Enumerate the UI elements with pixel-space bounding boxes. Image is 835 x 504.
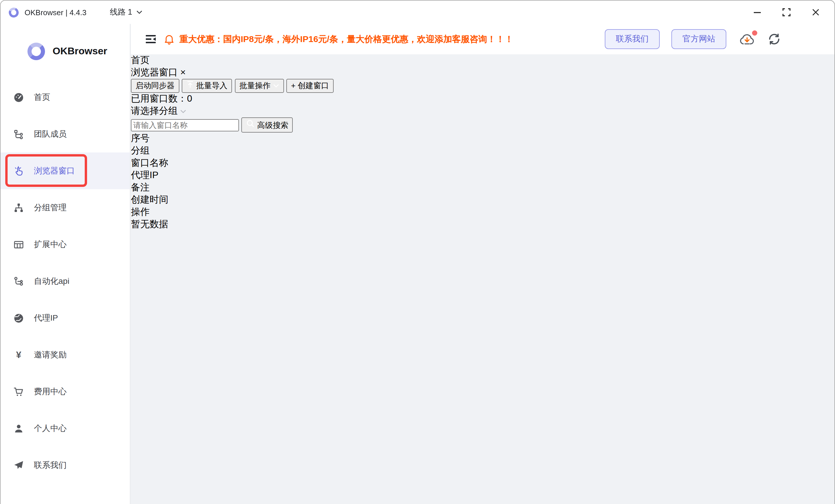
sidebar-brand: OKBrowser: [1, 24, 130, 79]
bell-icon: [164, 34, 175, 45]
brand-logo-icon: [27, 43, 45, 60]
avatar[interactable]: [791, 26, 817, 52]
brand-name: OKBrowser: [53, 45, 107, 57]
sidebar-item-label: 个人中心: [34, 423, 67, 434]
sidebar-item-proxy-ip[interactable]: 代理IP: [1, 300, 130, 336]
minimize-button[interactable]: [750, 5, 764, 19]
batch-actions-dropdown[interactable]: 批量操作: [235, 79, 284, 93]
line-selector-label: 线路 1: [110, 7, 133, 18]
header-actions: 联系我们 官方网站: [605, 26, 817, 52]
sidebar-item-label: 分组管理: [34, 202, 67, 213]
sidebar-item-extension-center[interactable]: 扩展中心: [1, 226, 130, 263]
dashboard-icon: [14, 92, 24, 103]
sidebar-item-home[interactable]: 首页: [1, 79, 130, 115]
chevron-down-icon: [272, 84, 279, 88]
send-icon: [14, 460, 24, 470]
start-sync-button[interactable]: 启动同步器: [131, 79, 179, 93]
sidebar-collapse-button[interactable]: [145, 33, 157, 45]
official-website-button[interactable]: 官方网站: [671, 29, 726, 49]
globe-icon: [14, 313, 24, 323]
app-window: OKBrowser | 4.4.3 线路 1: [0, 0, 835, 504]
column-header-window-name[interactable]: 窗口名称: [131, 157, 834, 169]
empty-state-text: 暂无数据: [131, 218, 834, 231]
maximize-button[interactable]: [779, 5, 794, 19]
tab-bar: 首页 浏览器窗口 ×: [131, 54, 834, 79]
refresh-icon: [768, 33, 781, 45]
contact-us-button[interactable]: 联系我们: [605, 29, 660, 49]
tab-close-icon[interactable]: ×: [180, 67, 186, 77]
refresh-button[interactable]: [768, 33, 781, 45]
upload-icon: [186, 81, 194, 88]
sidebar-item-billing-center[interactable]: 费用中心: [1, 373, 130, 410]
content-area: 启动同步器 批量导入 批量操作 +: [131, 79, 834, 231]
sidebar-item-label: 扩展中心: [34, 239, 67, 250]
hand-click-icon: [14, 166, 24, 176]
team-icon: [14, 129, 24, 139]
column-header-group: 分组: [131, 145, 834, 157]
advanced-search-button[interactable]: 高级搜索: [242, 118, 293, 132]
tab-home[interactable]: 首页: [131, 54, 834, 67]
tab-browser-windows[interactable]: 浏览器窗口 ×: [131, 67, 834, 79]
column-header-actions: 操作: [131, 206, 834, 218]
group-manage-icon: [14, 202, 24, 213]
sidebar-item-automation-api[interactable]: 自动化api: [1, 263, 130, 300]
close-button[interactable]: [809, 5, 823, 19]
window-name-input[interactable]: [131, 119, 239, 131]
sidebar-item-label: 邀请奖励: [34, 350, 67, 360]
notification-dot: [752, 30, 757, 35]
yen-icon: ¥: [14, 350, 24, 360]
sidebar-item-personal-center[interactable]: 个人中心: [1, 410, 130, 447]
sidebar-item-group-management[interactable]: 分组管理: [1, 189, 130, 226]
sidebar-item-label: 费用中心: [34, 386, 67, 397]
sidebar-item-invite-rewards[interactable]: ¥ 邀请奖励: [1, 336, 130, 373]
sidebar: OKBrowser 首页 团队成员: [1, 24, 131, 504]
close-icon: [812, 8, 820, 16]
window-controls: [750, 5, 834, 19]
sidebar-item-label: 团队成员: [34, 129, 67, 139]
sidebar-item-label: 浏览器窗口: [34, 166, 75, 176]
sidebar-item-browser-windows[interactable]: 浏览器窗口: [1, 152, 130, 189]
column-header-proxy-ip: 代理IP: [131, 169, 834, 182]
maximize-icon: [782, 8, 791, 16]
user-icon: [14, 423, 24, 434]
automation-icon: [14, 276, 24, 287]
sidebar-item-label: 代理IP: [34, 313, 58, 323]
table-header-row: 序号 分组 窗口名称 代理IP: [131, 132, 834, 218]
chevron-down-icon: [137, 10, 143, 15]
avatar-person-icon: [791, 26, 811, 44]
column-header-created-time[interactable]: 创建时间: [131, 194, 834, 206]
sidebar-item-team-members[interactable]: 团队成员: [1, 115, 130, 152]
announcement-text: 重大优惠：国内IP8元/条，海外IP16元/条，量大价格更优惠，欢迎添加客服咨询…: [179, 34, 513, 45]
used-windows-counter: 已用窗口数：0: [131, 93, 834, 105]
column-header-remark: 备注: [131, 182, 834, 194]
group-select[interactable]: 请选择分组: [131, 105, 834, 118]
toolbar-card: 启动同步器 批量导入 批量操作 +: [131, 79, 834, 132]
line-selector-dropdown[interactable]: 线路 1: [110, 7, 143, 18]
menu-fold-icon: [145, 33, 157, 45]
app-title: OKBrowser | 4.4.3: [24, 8, 86, 17]
header-bar: 重大优惠：国内IP8元/条，海外IP16元/条，量大价格更优惠，欢迎添加客服咨询…: [131, 24, 834, 54]
app-logo-icon: [7, 6, 20, 19]
windows-table-card: 序号 分组 窗口名称 代理IP: [131, 132, 834, 231]
minimize-icon: [753, 8, 761, 16]
main-area: 重大优惠：国内IP8元/条，海外IP16元/条，量大价格更优惠，欢迎添加客服咨询…: [131, 24, 834, 504]
batch-import-button[interactable]: 批量导入: [182, 79, 232, 93]
titlebar: OKBrowser | 4.4.3 线路 1: [1, 1, 834, 24]
chevron-down-icon: [180, 109, 187, 114]
column-header-index[interactable]: 序号: [131, 132, 834, 145]
cart-icon: [14, 386, 24, 397]
plus-icon: +: [291, 81, 296, 90]
create-window-button[interactable]: + 创建窗口: [286, 79, 334, 93]
search-icon: [246, 119, 255, 128]
extension-icon: [14, 239, 24, 250]
download-update-button[interactable]: [739, 33, 755, 46]
sidebar-item-label: 首页: [34, 92, 50, 103]
sidebar-item-contact-us[interactable]: 联系我们: [1, 447, 130, 484]
sidebar-item-label: 联系我们: [34, 460, 67, 470]
sidebar-item-label: 自动化api: [34, 276, 69, 287]
